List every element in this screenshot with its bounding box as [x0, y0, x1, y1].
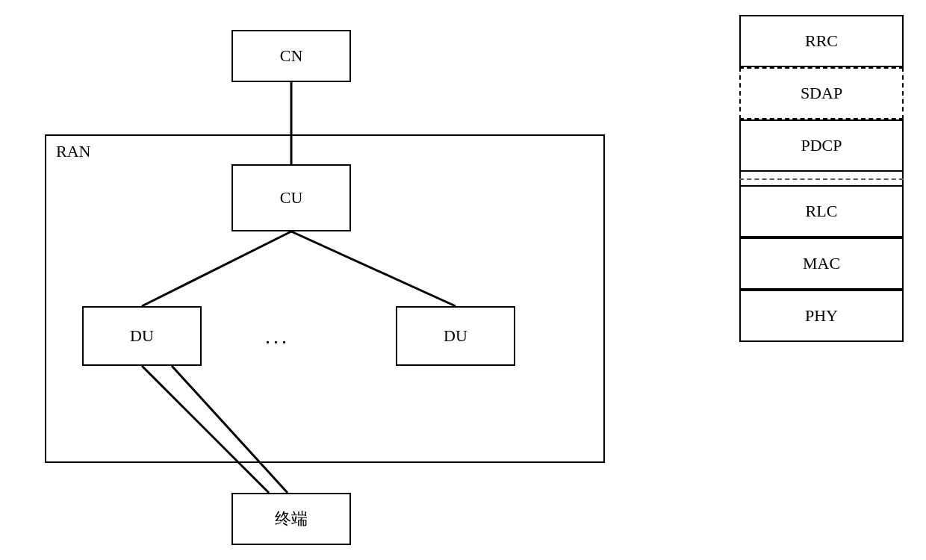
- diagram-area: CN RAN CU DU ... DU 终端: [22, 15, 672, 545]
- cu-box: CU: [232, 164, 351, 231]
- ran-label: RAN: [56, 142, 90, 161]
- du-left-box: DU: [82, 306, 202, 366]
- right-panel: RRC SDAP PDCP RLC MAC PHY: [739, 15, 904, 342]
- cu-label: CU: [280, 188, 303, 208]
- rlc-label: RLC: [806, 202, 838, 221]
- cn-box: CN: [232, 30, 351, 82]
- pdcp-layer-box: PDCP: [739, 119, 904, 172]
- rrc-layer-box: RRC: [739, 15, 904, 67]
- mac-layer-box: MAC: [739, 237, 904, 290]
- terminal-box: 终端: [232, 493, 351, 545]
- du-left-label: DU: [130, 326, 154, 346]
- mac-label: MAC: [803, 254, 840, 273]
- sdap-label: SDAP: [801, 84, 842, 103]
- pdcp-label: PDCP: [801, 136, 842, 155]
- phy-label: PHY: [805, 306, 838, 326]
- cn-label: CN: [280, 46, 303, 66]
- rlc-layer-box: RLC: [739, 185, 904, 237]
- terminal-label: 终端: [275, 508, 308, 530]
- du-right-box: DU: [396, 306, 515, 366]
- du-right-label: DU: [444, 326, 467, 346]
- sdap-layer-box: SDAP: [739, 67, 904, 119]
- phy-layer-box: PHY: [739, 290, 904, 342]
- dots-label: ...: [265, 325, 290, 349]
- layer-separator: [739, 172, 904, 185]
- rrc-label: RRC: [805, 31, 838, 51]
